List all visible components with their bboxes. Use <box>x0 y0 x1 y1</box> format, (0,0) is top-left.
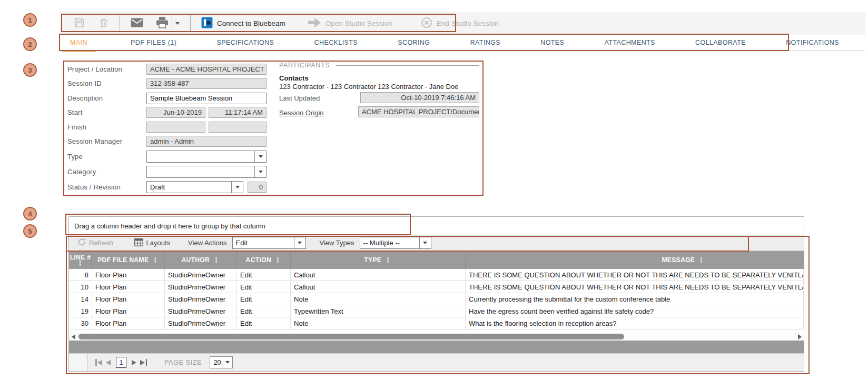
cell-type[interactable]: Note <box>291 317 466 329</box>
column-menu-icon[interactable]: ⋮ <box>152 257 159 263</box>
view-actions-dropdown-button[interactable] <box>294 237 305 248</box>
cell-pdf-file-name[interactable]: Floor Plan <box>92 305 165 317</box>
cell-line-number[interactable]: 8 <box>69 269 92 281</box>
column-menu-icon[interactable]: ⋮ <box>384 257 391 263</box>
category-dropdown-button[interactable] <box>254 166 266 177</box>
column-header-pdf-file-name[interactable]: PDF FILE NAME ⋮ <box>92 251 165 269</box>
column-menu-icon[interactable]: ⋮ <box>77 261 84 266</box>
tab-main[interactable]: MAIN <box>60 35 96 51</box>
cell-author[interactable]: StudioPrimeOwner <box>165 293 237 305</box>
next-page-button[interactable] <box>132 357 136 368</box>
description-input[interactable]: Sample Bluebeam Session <box>146 93 267 104</box>
type-dropdown-button[interactable] <box>254 151 266 162</box>
column-header-message[interactable]: MESSAGE ⋮ <box>466 251 804 269</box>
tab-notes[interactable]: NOTES <box>535 35 569 51</box>
status-dropdown-button[interactable] <box>231 182 243 193</box>
last-page-button[interactable] <box>140 357 147 368</box>
column-menu-icon[interactable]: ⋮ <box>698 257 705 263</box>
tab-notifications[interactable]: NOTIFICATIONS <box>781 35 844 51</box>
table-row[interactable]: 8 Floor Plan StudioPrimeOwner Edit Callo… <box>69 269 804 281</box>
cell-author[interactable]: StudioPrimeOwner <box>165 317 237 329</box>
tab-ratings[interactable]: RATINGS <box>465 35 506 51</box>
end-studio-session-button[interactable]: End Studio Session <box>418 14 502 32</box>
table-row[interactable]: 10 Floor Plan StudioPrimeOwner Edit Call… <box>69 281 804 293</box>
scrollbar-thumb[interactable] <box>78 334 624 339</box>
description-label: Description <box>67 94 146 102</box>
tab-pdf-files[interactable]: PDF FILES (1) <box>125 35 182 51</box>
view-actions-dropdown[interactable]: Edit <box>232 237 306 249</box>
scroll-left-button[interactable] <box>69 333 77 341</box>
first-page-button[interactable] <box>95 357 102 368</box>
main-toolbar: Connect to Bluebeam Open Studio Session … <box>62 12 502 35</box>
tab-collaborate[interactable]: COLLABORATE <box>690 35 751 51</box>
field-row-session-id: Session ID 312-358-487 <box>67 77 268 89</box>
scrollbar-track[interactable] <box>77 333 795 341</box>
column-menu-icon[interactable]: ⋮ <box>213 257 220 263</box>
cell-line-number[interactable]: 10 <box>69 281 92 293</box>
table-row[interactable]: 14 Floor Plan StudioPrimeOwner Edit Note… <box>69 293 804 305</box>
cell-message[interactable]: THERE IS SOME QUESTION ABOUT WHETHER OR … <box>466 281 804 293</box>
column-menu-icon[interactable]: ⋮ <box>274 257 281 263</box>
layouts-button[interactable]: Layouts <box>134 238 171 248</box>
cell-action[interactable]: Edit <box>237 317 291 329</box>
tab-specifications[interactable]: SPECIFICATIONS <box>211 35 279 51</box>
column-header-action[interactable]: ACTION ⋮ <box>237 251 291 269</box>
cell-type[interactable]: Typewritten Text <box>291 305 466 317</box>
view-types-dropdown-button[interactable] <box>419 237 431 248</box>
table-row[interactable]: 19 Floor Plan StudioPrimeOwner Edit Type… <box>69 305 804 317</box>
column-header-author[interactable]: AUTHOR ⋮ <box>165 251 237 269</box>
refresh-button[interactable]: Refresh <box>77 238 113 248</box>
cell-pdf-file-name[interactable]: Floor Plan <box>92 281 165 293</box>
tab-scoring[interactable]: SCORING <box>392 35 435 51</box>
category-label: Category <box>67 168 146 176</box>
status-dropdown[interactable]: Draft <box>146 181 243 193</box>
cell-action[interactable]: Edit <box>237 293 291 305</box>
session-origin-link[interactable]: Session Origin <box>279 109 324 117</box>
scroll-right-button[interactable] <box>795 333 804 341</box>
delete-button[interactable] <box>95 14 112 32</box>
tab-checklists[interactable]: CHECKLISTS <box>309 35 363 51</box>
page-size-dropdown[interactable]: 20 <box>210 356 233 368</box>
cell-pdf-file-name[interactable]: Floor Plan <box>92 269 165 281</box>
cell-action[interactable]: Edit <box>237 305 291 317</box>
tab-attachments[interactable]: ATTACHMENTS <box>599 35 660 51</box>
cell-message[interactable]: What is the flooring selection in recept… <box>466 317 804 329</box>
view-actions-group: View Actions Edit <box>188 237 305 249</box>
cell-pdf-file-name[interactable]: Floor Plan <box>92 293 165 305</box>
print-options-dropdown[interactable] <box>172 16 180 30</box>
group-by-drop-zone[interactable]: Drag a column header and drop it here to… <box>69 217 804 235</box>
horizontal-scrollbar[interactable] <box>69 333 804 341</box>
cell-author[interactable]: StudioPrimeOwner <box>165 269 237 281</box>
open-studio-session-button[interactable]: Open Studio Session <box>304 14 396 32</box>
cell-line-number[interactable]: 30 <box>69 317 92 329</box>
cell-type[interactable]: Callout <box>291 281 466 293</box>
cell-action[interactable]: Edit <box>237 269 291 281</box>
cell-message[interactable]: THERE IS SOME QUESTION ABOUT WHETHER OR … <box>466 269 804 281</box>
cell-line-number[interactable]: 19 <box>69 305 92 317</box>
pager-corner-cell <box>69 354 88 371</box>
cell-type[interactable]: Note <box>291 293 466 305</box>
cell-author[interactable]: StudioPrimeOwner <box>165 281 237 293</box>
current-page-indicator[interactable]: 1 <box>116 357 126 368</box>
print-button[interactable] <box>153 14 183 32</box>
cell-message[interactable]: Have the egress count been verified agai… <box>466 305 804 317</box>
save-button[interactable] <box>70 14 88 32</box>
table-row[interactable]: 30 Floor Plan StudioPrimeOwner Edit Note… <box>69 317 804 329</box>
cell-pdf-file-name[interactable]: Floor Plan <box>92 317 165 329</box>
column-header-line[interactable]: LINE # ⋮ <box>69 251 92 269</box>
column-header-type[interactable]: TYPE ⋮ <box>291 251 466 269</box>
type-dropdown[interactable] <box>146 151 267 163</box>
cell-type[interactable]: Callout <box>291 269 466 281</box>
page-size-dropdown-button[interactable] <box>222 357 232 368</box>
view-types-dropdown[interactable]: -- Multiple -- <box>360 237 431 249</box>
connect-to-bluebeam-button[interactable]: Connect to Bluebeam <box>198 14 289 32</box>
category-dropdown[interactable] <box>146 166 267 178</box>
cell-message[interactable]: Currently processing the submittal for t… <box>466 293 804 305</box>
previous-page-button[interactable] <box>106 357 111 368</box>
participants-heading: PARTICIPANTS <box>279 62 330 69</box>
column-title: AUTHOR <box>181 256 210 264</box>
email-button[interactable] <box>127 14 146 32</box>
cell-line-number[interactable]: 14 <box>69 293 92 305</box>
cell-action[interactable]: Edit <box>237 281 291 293</box>
cell-author[interactable]: StudioPrimeOwner <box>165 305 237 317</box>
